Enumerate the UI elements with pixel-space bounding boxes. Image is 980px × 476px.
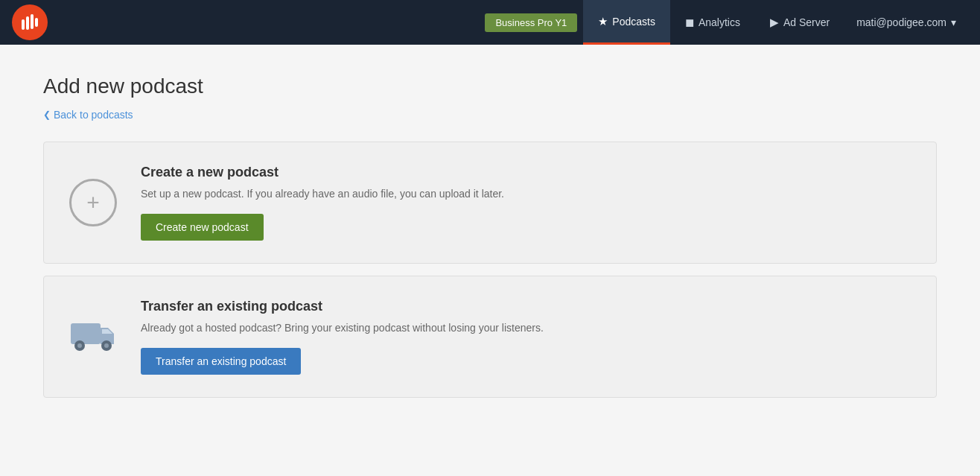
rss-icon: ★ [598,15,608,28]
nav-label-ad-server: Ad Server [783,16,830,28]
nav-label-podcasts: Podcasts [612,16,655,28]
transfer-podcast-card: Transfer an existing podcast Already got… [43,276,937,398]
svg-point-6 [77,343,82,348]
user-menu[interactable]: mati@podigee.com ▾ [844,0,968,45]
create-icon: + [66,176,120,229]
plus-circle-icon: + [69,179,117,226]
create-podcast-card: + Create a new podcast Set up a new podc… [43,142,937,264]
transfer-existing-podcast-button[interactable]: Transfer an existing podcast [141,348,301,375]
back-to-podcasts-link[interactable]: ❮ Back to podcasts [43,109,133,121]
svg-rect-2 [31,14,34,29]
svg-rect-3 [35,18,38,27]
create-card-title: Create a new podcast [141,165,914,180]
create-card-desc: Set up a new podcast. If you already hav… [141,186,914,202]
svg-rect-1 [26,16,29,30]
main-content: Add new podcast ❮ Back to podcasts + Cre… [13,45,967,439]
logo[interactable] [12,4,48,40]
create-new-podcast-button[interactable]: Create new podcast [141,214,264,241]
chart-icon: ◼ [685,16,694,29]
transfer-icon [66,310,120,364]
chevron-left-icon: ❮ [43,110,51,120]
svg-point-8 [104,343,109,348]
transfer-card-title: Transfer an existing podcast [141,299,914,314]
nav-label-analytics: Analytics [699,16,740,28]
svg-rect-0 [22,19,25,30]
nav-item-ad-server[interactable]: ▶ Ad Server [755,0,844,45]
nav-item-podcasts[interactable]: ★ Podcasts [583,0,670,45]
page-title: Add new podcast [43,74,937,98]
svg-rect-4 [71,323,101,344]
user-email: mati@podigee.com [856,16,946,28]
navbar-nav: ★ Podcasts ◼ Analytics ▶ Ad Server mati@… [583,0,968,45]
transfer-card-desc: Already got a hosted podcast? Bring your… [141,320,914,336]
user-dropdown-icon: ▾ [951,16,956,28]
create-card-body: Create a new podcast Set up a new podcas… [141,165,914,241]
navbar: Business Pro Y1 ★ Podcasts ◼ Analytics ▶… [0,0,980,45]
transfer-card-body: Transfer an existing podcast Already got… [141,299,914,375]
plan-badge: Business Pro Y1 [485,13,577,32]
nav-item-analytics[interactable]: ◼ Analytics [670,0,755,45]
back-link-label: Back to podcasts [54,109,133,121]
megaphone-icon: ▶ [770,16,779,29]
